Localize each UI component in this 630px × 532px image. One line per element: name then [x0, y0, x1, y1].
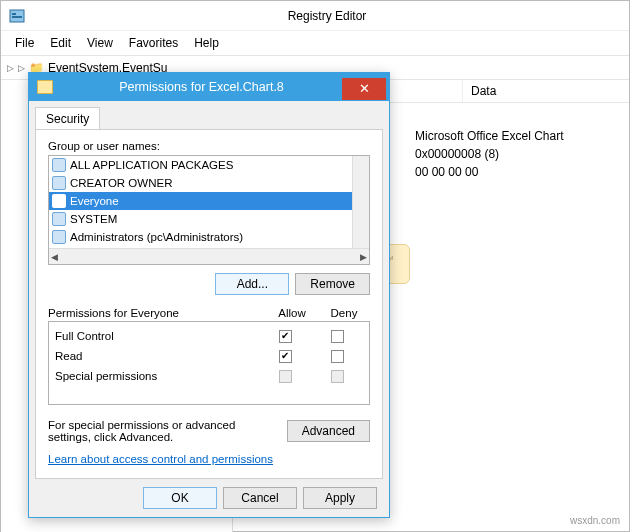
svg-rect-2: [12, 16, 22, 18]
perm-row-special: Special permissions: [55, 366, 363, 386]
source-watermark: wsxdn.com: [570, 515, 620, 526]
checkbox-read-allow[interactable]: ✔: [279, 350, 292, 363]
remove-button[interactable]: Remove: [295, 273, 370, 295]
group-icon: [52, 194, 66, 208]
menu-file[interactable]: File: [7, 33, 42, 53]
tab-strip: Security: [35, 107, 383, 130]
user-icon: [52, 212, 66, 226]
menu-edit[interactable]: Edit: [42, 33, 79, 53]
scroll-right-icon[interactable]: ▶: [360, 252, 367, 262]
checkbox-full-control-allow[interactable]: ✔: [279, 330, 292, 343]
user-item-creator-owner[interactable]: CREATOR OWNER: [49, 174, 352, 192]
user-item-administrators[interactable]: Administrators (pc\Administrators): [49, 228, 352, 246]
folder-icon: [37, 80, 53, 94]
close-icon: ✕: [359, 81, 370, 96]
menu-favorites[interactable]: Favorites: [121, 33, 186, 53]
registry-title: Registry Editor: [33, 9, 621, 23]
scroll-left-icon[interactable]: ◀: [51, 252, 58, 262]
permissions-list: Full Control ✔ Read ✔ Special permission…: [48, 321, 370, 405]
group-icon: [52, 230, 66, 244]
user-item-all-packages[interactable]: ALL APPLICATION PACKAGES: [49, 156, 352, 174]
learn-link[interactable]: Learn about access control and permissio…: [48, 453, 273, 465]
user-list[interactable]: ALL APPLICATION PACKAGES CREATOR OWNER E…: [48, 155, 370, 265]
cancel-button[interactable]: Cancel: [223, 487, 297, 509]
ok-button[interactable]: OK: [143, 487, 217, 509]
deny-header: Deny: [318, 307, 370, 319]
tree-expand-icon[interactable]: ▷: [7, 63, 14, 73]
horizontal-scrollbar[interactable]: ◀▶: [49, 248, 369, 264]
checkbox-special-allow: [279, 370, 292, 383]
perm-row-full-control: Full Control ✔: [55, 326, 363, 346]
permissions-for-label: Permissions for Everyone: [48, 307, 266, 319]
menu-help[interactable]: Help: [186, 33, 227, 53]
apply-button[interactable]: Apply: [303, 487, 377, 509]
menu-view[interactable]: View: [79, 33, 121, 53]
checkbox-full-control-deny[interactable]: [331, 330, 344, 343]
close-button[interactable]: ✕: [342, 78, 386, 100]
vertical-scrollbar[interactable]: [352, 156, 369, 248]
user-icon: [52, 176, 66, 190]
svg-rect-1: [12, 13, 16, 15]
advanced-button[interactable]: Advanced: [287, 420, 370, 442]
permissions-titlebar[interactable]: Permissions for Excel.Chart.8 ✕: [29, 73, 389, 101]
tree-expand-icon[interactable]: ▷: [18, 63, 25, 73]
user-item-everyone[interactable]: Everyone: [49, 192, 352, 210]
user-item-system[interactable]: SYSTEM: [49, 210, 352, 228]
perm-row-read: Read ✔: [55, 346, 363, 366]
menubar: File Edit View Favorites Help: [1, 31, 629, 56]
advanced-hint: For special permissions or advanced sett…: [48, 419, 277, 443]
permissions-dialog: Permissions for Excel.Chart.8 ✕ Security…: [28, 72, 390, 518]
allow-header: Allow: [266, 307, 318, 319]
col-data[interactable]: Data: [463, 80, 629, 102]
regedit-icon: [9, 8, 25, 24]
tab-security[interactable]: Security: [35, 107, 100, 130]
group-icon: [52, 158, 66, 172]
registry-titlebar: Registry Editor: [1, 1, 629, 31]
permissions-title: Permissions for Excel.Chart.8: [61, 80, 342, 94]
group-user-label: Group or user names:: [48, 140, 370, 152]
add-button[interactable]: Add...: [215, 273, 289, 295]
checkbox-special-deny: [331, 370, 344, 383]
checkbox-read-deny[interactable]: [331, 350, 344, 363]
